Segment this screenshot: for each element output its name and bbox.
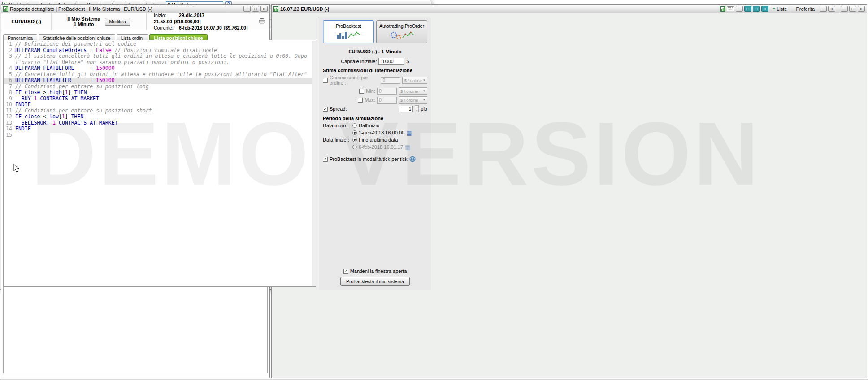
spread-label: Spread: [330,106,347,112]
dock-right-icon[interactable]: □ [753,6,760,12]
print-icon[interactable] [254,18,269,25]
probacktest-chart-icon [336,30,361,40]
min-label: Min: [366,88,375,94]
line-number: 6 [4,78,15,84]
app-maximize-icon[interactable]: □ [849,6,856,12]
line-number: 1 [4,41,15,48]
code-line[interactable]: 5// Cancellare tutti gli ordini in attes… [4,72,312,78]
max-label: Max: [365,97,375,103]
preferita-minimize-icon[interactable]: ─ [820,6,827,12]
line-number: 8 [4,90,15,96]
spin-down-icon[interactable]: ▼ [416,109,418,112]
commission-input[interactable] [381,77,400,84]
preferita-tab[interactable]: Preferita [791,6,818,12]
liste-label: Liste [777,6,787,12]
end-date-radio[interactable] [352,145,357,149]
dock-left-icon[interactable]: □ [744,6,751,12]
code-text: BUY 1 CONTRACTS AT MARKET [15,96,104,102]
code-line[interactable]: 11// Condizioni per entrare su posizioni… [4,108,312,114]
report-header: EUR/USD (-) Il Mio Sistema 1 Minuto Modi… [1,13,269,30]
minimize-icon[interactable]: ─ [243,6,251,12]
mini-chart-icon[interactable] [720,6,725,12]
code-line[interactable]: 9 BUY 1 CONTRACTS AT MARKET [4,96,312,102]
code-editor-lines: 1// Definizione dei parametri del codice… [4,41,312,286]
spread-input[interactable] [399,106,413,112]
calendar-icon[interactable]: ▦ [405,145,410,150]
line-number: 5 [4,72,15,78]
instrument-label: EUR/USD (-) [1,13,52,30]
current-label: Corrente: [154,25,177,31]
code-line[interactable]: 6DEFPARAM FLATAFTER = 150100 [4,78,312,84]
code-text: // Cancellare tutti gli ordini in attesa… [15,72,312,78]
current-equity: [$9.762,00] [224,25,248,30]
app-minimize-icon[interactable]: ─ [841,6,848,12]
proorder-gears-icon [389,30,414,40]
code-line[interactable]: 8IF close > high[1] THEN [4,90,312,96]
line-number: 10 [4,102,15,108]
period-title: Periodo della simulazione [323,116,427,121]
start-from-beginning-radio[interactable] [352,123,357,128]
code-line[interactable]: 14ENDIF [4,126,312,132]
commission-checkbox[interactable] [323,78,328,83]
spread-unit-label: pip [421,106,427,112]
panel-close-icon[interactable]: × [761,6,768,12]
code-line[interactable]: 1// Definizione dei parametri del codice [4,41,312,48]
code-text: ENDIF [15,126,35,132]
end-last-data-radio[interactable] [352,138,357,142]
app-close-icon[interactable]: × [858,6,865,12]
preferita-close-icon[interactable]: × [828,6,835,12]
end-date-value: 6-feb-2018 16.01.17 [359,144,403,150]
close-icon[interactable]: × [260,6,268,12]
spread-checkbox[interactable]: ✓ [323,107,328,112]
max-input[interactable] [377,97,397,104]
tick-mode-checkbox[interactable]: ✓ [323,157,328,162]
min-checkbox[interactable] [359,89,364,94]
commission-label: Commissione per ordine : [330,75,377,86]
min-input[interactable] [377,88,397,95]
maximize-icon[interactable]: □ [252,6,259,12]
chart-icon [273,6,278,12]
start-label: Inizio: [154,12,177,18]
code-text: IF close > high[1] THEN [15,90,91,96]
code-line[interactable]: 13 SELLSHORT 1 CONTRACTS AT MARKET [4,120,312,126]
code-line[interactable]: 3// Il sistema cancellerà tutti gli ordi… [4,53,312,65]
run-backtest-button[interactable]: ProBacktesta il mio sistema [340,277,410,286]
code-line[interactable]: 10ENDIF [4,102,312,108]
line-number: 14 [4,126,15,132]
modify-button[interactable]: Modifica [105,18,130,26]
code-line[interactable]: 12IF close < low[1] THEN [4,114,312,120]
liste-button[interactable]: ≡ Liste [770,6,790,12]
window-minimize-icon[interactable]: ─ [736,6,743,12]
probacktest-mode-button[interactable]: ProBacktest [323,20,374,43]
max-unit-select[interactable]: $ / ordine▼ [399,96,427,104]
spread-stepper[interactable]: ▲▼ [415,105,419,112]
capital-input[interactable] [378,58,404,65]
keep-window-open-label: Mantieni la finestra aperta [350,268,407,274]
line-number: 12 [4,114,15,120]
panel-instrument-line: EUR/USD (-) - 1 Minuto [323,49,427,54]
code-text: DEFPARAM FLATAFTER = 150100 [15,78,119,84]
code-line[interactable]: 4DEFPARAM FLATBEFORE = 150000 [4,65,312,72]
calendar-icon[interactable]: ▦ [406,130,412,135]
code-line[interactable]: 2DEFPARAM CumulateOrders = False // Posi… [4,48,312,54]
code-line[interactable]: 15 [4,132,312,138]
chevron-down-icon: ▼ [423,99,425,101]
code-editor[interactable]: 1// Definizione dei parametri del codice… [3,40,316,287]
max-checkbox[interactable] [358,98,363,103]
code-text: // Condizioni per entrare su posizioni s… [15,108,156,114]
commission-unit-select[interactable]: $ / ordine▼ [402,77,427,84]
list-icon: ≡ [773,6,775,12]
keep-window-open-checkbox[interactable]: ✓ [343,269,348,274]
keyboard-icon[interactable] [727,6,734,11]
end-date-label: Data finale : [323,137,351,142]
proorder-mode-button[interactable]: Autotrading ProOrder [376,20,427,43]
start-date-radio[interactable] [352,130,357,135]
probacktest-label: ProBacktest [336,23,361,29]
report-chart-icon [3,6,8,12]
code-line[interactable]: 7// Condizioni per entrare su posizioni … [4,84,312,90]
min-unit-select[interactable]: $ / ordine▼ [399,87,427,95]
current-date: 6-feb-2018 16.07.00 [179,25,222,30]
application: Rapporto dettagliato | ProBacktest | Il … [0,0,868,380]
editor-scrollbar[interactable] [312,41,316,286]
tick-mode-label: ProBacktest in modalità tick per tick [330,156,408,162]
